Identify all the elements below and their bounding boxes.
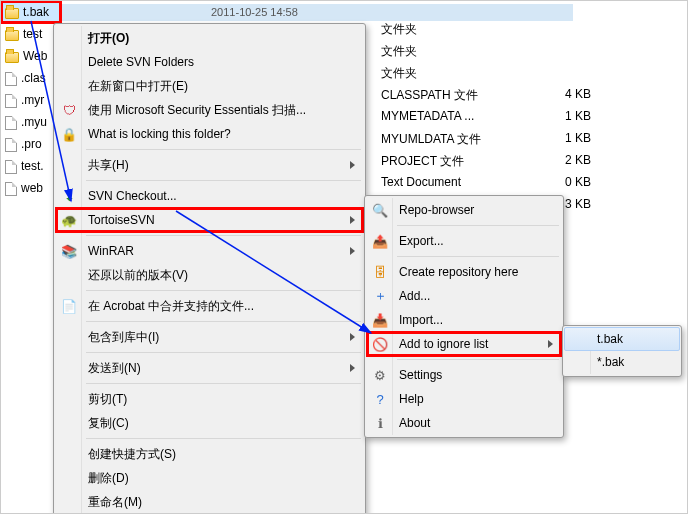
menu-delete-svn-folders[interactable]: Delete SVN Folders [56,50,363,74]
menu-svn-checkout[interactable]: ⬇ SVN Checkout... [56,184,363,208]
detail-size: 0 KB [531,175,591,197]
menu-tortoisesvn[interactable]: 🐢 TortoiseSVN [56,208,363,232]
plus-icon: ＋ [372,288,388,304]
db-icon: 🗄 [372,264,388,280]
submenu-add[interactable]: ＋ Add... [367,284,561,308]
tortoisesvn-submenu: 🔍 Repo-browser 📤 Export... 🗄 Create repo… [364,195,564,438]
ignore-item-tbak[interactable]: t.bak [564,327,680,351]
pdf-icon: 📄 [61,298,77,314]
ignore-list-submenu: t.bak *.bak [562,325,682,377]
submenu-repo-browser[interactable]: 🔍 Repo-browser [367,198,561,222]
about-icon: ℹ [372,415,388,431]
svn-checkout-icon: ⬇ [61,188,77,204]
import-icon: 📥 [372,312,388,328]
export-icon: 📤 [372,233,388,249]
file-row[interactable]: Web [1,45,61,67]
submenu-settings[interactable]: ⚙ Settings [367,363,561,387]
file-row[interactable]: .myr [1,89,61,111]
menu-copy[interactable]: 复制(C) [56,411,363,435]
file-row[interactable]: .myu [1,111,61,133]
menu-restore-previous[interactable]: 还原以前的版本(V) [56,263,363,287]
header-date: 2011-10-25 14:58 [211,6,298,18]
file-row[interactable]: web [1,177,61,199]
detail-type: Text Document [381,175,531,197]
document-icon [5,72,17,86]
file-name: Web [23,49,47,63]
file-name: .pro [21,137,42,151]
menu-cut[interactable]: 剪切(T) [56,387,363,411]
file-name: .clas [21,71,46,85]
menu-delete[interactable]: 删除(D) [56,466,363,490]
detail-type: MYUMLDATA 文件 [381,131,531,153]
detail-type: 文件夹 [381,65,531,87]
menu-share[interactable]: 共享(H) [56,153,363,177]
detail-size [531,21,591,43]
detail-type: 文件夹 [381,21,531,43]
menu-send-to[interactable]: 发送到(N) [56,356,363,380]
detail-size: 4 KB [531,87,591,109]
file-name: test. [21,159,44,173]
details-column: 文件夹 文件夹 文件夹 CLASSPATH 文件4 KB MYMETADATA … [381,21,591,219]
shield-icon: 🛡 [61,102,77,118]
document-icon [5,138,17,152]
file-list: t.bak test Web .clas .myr .myu .pro test… [1,1,61,199]
menu-open-new-window[interactable]: 在新窗口中打开(E) [56,74,363,98]
file-name: test [23,27,42,41]
file-name: web [21,181,43,195]
help-icon: ? [372,391,388,407]
detail-size: 1 KB [531,131,591,153]
detail-size [531,43,591,65]
document-icon [5,182,17,196]
submenu-help[interactable]: ? Help [367,387,561,411]
ignore-icon: 🚫 [372,336,388,352]
winrar-icon: 📚 [61,243,77,259]
header-strip [53,4,573,21]
file-name: .myr [21,93,44,107]
lock-icon: 🔒 [61,126,77,142]
tortoise-icon: 🐢 [61,212,77,228]
file-row-tbak[interactable]: t.bak [1,1,61,23]
file-row[interactable]: .pro [1,133,61,155]
menu-rename[interactable]: 重命名(M) [56,490,363,514]
document-icon [5,160,17,174]
detail-size: 1 KB [531,109,591,131]
submenu-export[interactable]: 📤 Export... [367,229,561,253]
menu-lock-folder[interactable]: 🔒 What is locking this folder? [56,122,363,146]
detail-size: 2 KB [531,153,591,175]
document-icon [5,94,17,108]
submenu-create-repo[interactable]: 🗄 Create repository here [367,260,561,284]
menu-acrobat-combine[interactable]: 📄 在 Acrobat 中合并支持的文件... [56,294,363,318]
submenu-about[interactable]: ℹ About [367,411,561,435]
detail-type: 文件夹 [381,43,531,65]
detail-type: MYMETADATA ... [381,109,531,131]
ignore-item-starbak[interactable]: *.bak [565,350,679,374]
file-row[interactable]: test. [1,155,61,177]
folder-icon [5,30,19,41]
detail-type: CLASSPATH 文件 [381,87,531,109]
file-name: .myu [21,115,47,129]
menu-open[interactable]: 打开(O) [56,26,363,50]
file-row[interactable]: test [1,23,61,45]
menu-include-library[interactable]: 包含到库中(I) [56,325,363,349]
menu-winrar[interactable]: 📚 WinRAR [56,239,363,263]
repo-icon: 🔍 [372,202,388,218]
submenu-add-ignore[interactable]: 🚫 Add to ignore list [367,332,561,356]
menu-mse-scan[interactable]: 🛡 使用 Microsoft Security Essentials 扫描... [56,98,363,122]
folder-icon [5,52,19,63]
gear-icon: ⚙ [372,367,388,383]
detail-type: PROJECT 文件 [381,153,531,175]
file-row[interactable]: .clas [1,67,61,89]
document-icon [5,116,17,130]
menu-create-shortcut[interactable]: 创建快捷方式(S) [56,442,363,466]
submenu-import[interactable]: 📥 Import... [367,308,561,332]
folder-icon [5,8,19,19]
main-context-menu: 打开(O) Delete SVN Folders 在新窗口中打开(E) 🛡 使用… [53,23,366,514]
file-name: t.bak [23,5,49,19]
detail-size [531,65,591,87]
